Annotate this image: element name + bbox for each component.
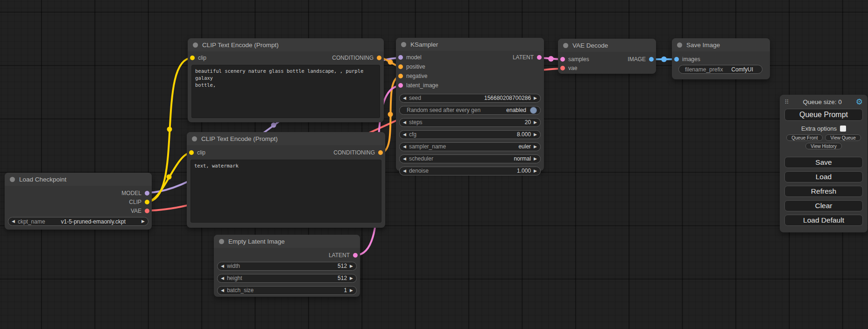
node-title-bar[interactable]: CLIP Text Encode (Prompt) <box>188 38 384 51</box>
node-title-bar[interactable]: Empty Latent Image <box>214 235 360 248</box>
node-graph-canvas[interactable]: Load Checkpoint MODEL CLIP VAE ◀ ckpt_na… <box>0 0 868 329</box>
seed-widget[interactable]: ◀ seed 156680208700286 ▶ <box>399 94 541 103</box>
node-save-image[interactable]: Save Image images filename_prefix ComfyU… <box>672 38 770 79</box>
increment-arrow-icon[interactable]: ▶ <box>350 276 353 280</box>
decrement-arrow-icon[interactable]: ◀ <box>221 264 224 268</box>
image-output-slot[interactable] <box>649 57 654 62</box>
filename-prefix-widget[interactable]: filename_prefix ComfyUI <box>678 65 762 74</box>
decrement-arrow-icon[interactable]: ◀ <box>403 96 406 100</box>
decrement-arrow-icon[interactable]: ◀ <box>221 288 224 293</box>
increment-arrow-icon[interactable]: ▶ <box>141 219 145 224</box>
decrement-arrow-icon[interactable]: ◀ <box>403 120 406 125</box>
node-title-bar[interactable]: KSampler <box>396 38 544 51</box>
increment-arrow-icon[interactable]: ▶ <box>534 145 537 149</box>
random-seed-toggle-widget[interactable]: Random seed after every gen enabled <box>399 106 541 115</box>
increment-arrow-icon[interactable]: ▶ <box>534 133 537 137</box>
collapse-dot-icon[interactable] <box>677 42 682 48</box>
images-input-slot[interactable] <box>674 57 679 62</box>
cfg-widget[interactable]: ◀ cfg 8.000 ▶ <box>399 130 541 139</box>
save-button[interactable]: Save <box>784 157 863 168</box>
collapse-dot-icon[interactable] <box>10 177 15 182</box>
node-title-bar[interactable]: Load Checkpoint <box>5 173 152 186</box>
node-clip-text-encode-negative[interactable]: CLIP Text Encode (Prompt) clip CONDITION… <box>187 132 385 228</box>
latent-output-slot[interactable] <box>353 253 358 258</box>
ckpt-name-widget[interactable]: ◀ ckpt_name v1-5-pruned-emaonly.ckpt ▶ <box>8 217 148 226</box>
input-label-images: images <box>682 56 700 63</box>
widget-value: 8.000 <box>419 131 531 138</box>
conditioning-output-slot[interactable] <box>377 56 381 60</box>
extra-options-checkbox[interactable] <box>840 126 846 132</box>
increment-arrow-icon[interactable]: ▶ <box>534 96 537 100</box>
toggle-dot-icon[interactable] <box>530 107 537 114</box>
node-title-bar[interactable]: CLIP Text Encode (Prompt) <box>187 132 385 145</box>
settings-gear-icon[interactable]: ⚙ <box>856 98 863 106</box>
widget-value: 1 <box>256 287 347 294</box>
refresh-button[interactable]: Refresh <box>784 186 863 197</box>
prompt-text-input[interactable]: text, watermark <box>191 160 381 223</box>
vae-input-slot[interactable] <box>560 66 565 70</box>
node-ksampler[interactable]: KSampler model positive negative latent_… <box>396 38 544 171</box>
load-default-button[interactable]: Load Default <box>784 215 863 226</box>
increment-arrow-icon[interactable]: ▶ <box>534 157 537 161</box>
sampler-name-widget[interactable]: ◀ sampler_name euler ▶ <box>399 142 541 151</box>
width-widget[interactable]: ◀ width 512 ▶ <box>217 262 357 271</box>
decrement-arrow-icon[interactable]: ◀ <box>403 145 406 149</box>
widget-label: scheduler <box>409 155 433 162</box>
collapse-dot-icon[interactable] <box>192 136 197 141</box>
decrement-arrow-icon[interactable]: ◀ <box>403 133 406 137</box>
node-clip-text-encode-positive[interactable]: CLIP Text Encode (Prompt) clip CONDITION… <box>188 38 384 122</box>
positive-input-slot[interactable] <box>398 64 403 69</box>
increment-arrow-icon[interactable]: ▶ <box>350 288 353 293</box>
samples-input-slot[interactable] <box>560 57 565 62</box>
steps-widget[interactable]: ◀ steps 20 ▶ <box>399 118 541 127</box>
widget-label: batch_size <box>227 287 254 294</box>
node-empty-latent-image[interactable]: Empty Latent Image LATENT ◀ width 512 ▶ … <box>214 235 360 297</box>
widget-label: steps <box>409 119 423 126</box>
widget-value: 512 <box>245 275 347 281</box>
decrement-arrow-icon[interactable]: ◀ <box>403 157 406 161</box>
collapse-dot-icon[interactable] <box>219 239 224 244</box>
increment-arrow-icon[interactable]: ▶ <box>350 264 353 268</box>
node-load-checkpoint[interactable]: Load Checkpoint MODEL CLIP VAE ◀ ckpt_na… <box>5 173 152 230</box>
clip-input-slot[interactable] <box>190 56 195 60</box>
decrement-arrow-icon[interactable]: ◀ <box>12 219 15 224</box>
clip-input-slot[interactable] <box>189 150 194 155</box>
widget-value: 20 <box>425 119 531 126</box>
clear-button[interactable]: Clear <box>784 200 863 211</box>
view-queue-button[interactable]: View Queue <box>825 134 861 141</box>
increment-arrow-icon[interactable]: ▶ <box>534 169 537 173</box>
conditioning-output-slot[interactable] <box>378 150 383 155</box>
clip-output-slot[interactable] <box>145 200 149 204</box>
collapse-dot-icon[interactable] <box>401 42 406 47</box>
output-label-latent: LATENT <box>513 54 534 61</box>
latent-image-input-slot[interactable] <box>398 83 403 88</box>
denoise-widget[interactable]: ◀ denoise 1.000 ▶ <box>399 167 541 175</box>
model-input-slot[interactable] <box>398 55 403 60</box>
load-button[interactable]: Load <box>784 171 863 182</box>
output-label-vae: VAE <box>131 208 141 214</box>
model-output-slot[interactable] <box>145 191 149 196</box>
collapse-dot-icon[interactable] <box>193 42 198 48</box>
decrement-arrow-icon[interactable]: ◀ <box>403 169 406 173</box>
node-title-bar[interactable]: Save Image <box>672 38 770 51</box>
queue-prompt-button[interactable]: Queue Prompt <box>784 109 863 121</box>
output-label-conditioning: CONDITIONING <box>332 55 374 61</box>
queue-panel[interactable]: ⠿ Queue size: 0 ⚙ Queue Prompt Extra opt… <box>780 95 868 232</box>
decrement-arrow-icon[interactable]: ◀ <box>221 276 224 280</box>
scheduler-widget[interactable]: ◀ scheduler normal ▶ <box>399 154 541 163</box>
negative-input-slot[interactable] <box>398 74 403 78</box>
view-history-button[interactable]: View History <box>805 143 841 149</box>
latent-output-slot[interactable] <box>537 55 542 60</box>
vae-output-slot[interactable] <box>145 209 149 213</box>
height-widget[interactable]: ◀ height 512 ▶ <box>217 274 357 283</box>
node-title-bar[interactable]: VAE Decode <box>558 39 656 52</box>
collapse-dot-icon[interactable] <box>563 43 568 48</box>
increment-arrow-icon[interactable]: ▶ <box>534 120 537 125</box>
widget-label: denoise <box>409 168 429 174</box>
batch-size-widget[interactable]: ◀ batch_size 1 ▶ <box>217 286 357 295</box>
drag-handle-icon[interactable]: ⠿ <box>784 98 789 105</box>
node-vae-decode[interactable]: VAE Decode samples vae IMAGE <box>558 39 656 74</box>
queue-front-button[interactable]: Queue Front <box>786 134 823 141</box>
wire-conditioning-midpoint-dot <box>388 112 393 117</box>
prompt-text-input[interactable]: beautiful scenery nature glass bottle la… <box>191 65 380 118</box>
